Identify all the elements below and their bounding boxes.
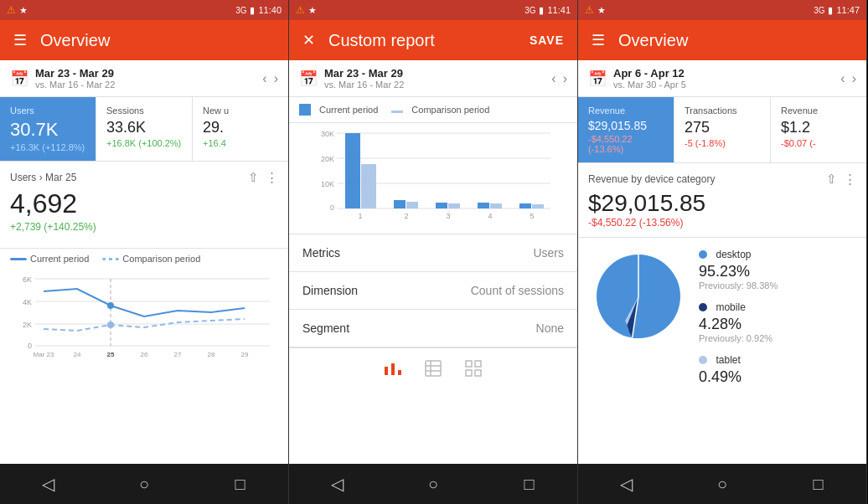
pie-label-mobile: mobile xyxy=(716,301,745,313)
svg-text:28: 28 xyxy=(208,351,215,358)
legend-label-current-2: Current period xyxy=(319,105,378,115)
status-bar-3: ⚠ ★ 3G ▮ 11:47 xyxy=(578,0,866,20)
metrics-row-3: Revenue $29,015.85 -$4,550.22 (-13.6%) T… xyxy=(578,97,866,163)
metric-revenue-3[interactable]: Revenue $29,015.85 -$4,550.22 (-13.6%) xyxy=(578,97,674,162)
pie-pct-tablet: 0.49% xyxy=(699,368,856,386)
star-icon-3: ★ xyxy=(597,5,606,16)
date-prev-3[interactable]: ‹ xyxy=(840,71,845,86)
chart-title-row-1: Users › Mar 25 ⇧ ⋮ xyxy=(10,170,278,185)
share-icon-3[interactable]: ⇧ xyxy=(826,172,837,187)
date-next-1[interactable]: › xyxy=(274,71,278,86)
back-button-1[interactable]: ◁ xyxy=(31,467,65,501)
more-icon-3[interactable]: ⋮ xyxy=(844,172,856,187)
metric-value-revenue-3: $29,015.85 xyxy=(588,119,664,132)
setting-row-segment[interactable]: Segment None xyxy=(289,310,577,347)
date-next-3[interactable]: › xyxy=(852,71,856,86)
close-icon-2[interactable]: ✕ xyxy=(302,31,315,49)
date-main-3: Apr 6 - Apr 12 xyxy=(613,67,834,80)
revenue-subtitle-3: Revenue by device category xyxy=(588,173,715,185)
metric-change-revpersession-3: -$0.07 (- xyxy=(781,138,856,148)
more-icon-1[interactable]: ⋮ xyxy=(266,170,278,185)
svg-text:20K: 20K xyxy=(321,155,334,163)
svg-text:3: 3 xyxy=(446,212,450,220)
svg-rect-32 xyxy=(478,203,489,208)
setting-row-metrics[interactable]: Metrics Users xyxy=(289,234,577,272)
svg-rect-31 xyxy=(448,203,460,208)
home-button-3[interactable]: ○ xyxy=(705,467,739,501)
svg-text:25: 25 xyxy=(107,351,115,358)
svg-text:5: 5 xyxy=(530,212,534,220)
date-prev-1[interactable]: ‹ xyxy=(262,71,266,86)
time-display-2: 11:41 xyxy=(547,5,571,15)
chart-big-value-1: 4,692 xyxy=(10,188,278,219)
metric-change-users-1: +16.3K (+112.8%) xyxy=(10,142,85,152)
star-icon-1: ★ xyxy=(19,5,28,16)
metric-label-revenue-3: Revenue xyxy=(588,105,664,116)
recent-button-3[interactable]: □ xyxy=(802,467,835,501)
status-bar-2: ⚠ ★ 3G ▮ 11:41 xyxy=(289,0,577,20)
svg-rect-48 xyxy=(466,361,472,367)
menu-icon-3[interactable]: ☰ xyxy=(592,31,605,49)
bar-chart-view-icon[interactable] xyxy=(383,358,403,383)
svg-text:10K: 10K xyxy=(321,180,334,188)
signal-icon-3: 3G xyxy=(814,6,824,15)
pie-label-desktop: desktop xyxy=(716,249,751,260)
legend-compare-2: Comparison period xyxy=(391,104,489,116)
revenue-section-3: Revenue by device category ⇧ ⋮ $29,015.8… xyxy=(578,163,866,238)
revenue-title-row-3: Revenue by device category ⇧ ⋮ xyxy=(588,172,856,187)
metric-newusers-1[interactable]: New u 29. +16.4 xyxy=(193,97,288,161)
svg-text:2K: 2K xyxy=(23,321,32,329)
metric-sessions-1[interactable]: Sessions 33.6K +16.8K (+100.2%) xyxy=(96,97,193,161)
svg-text:Mar 23: Mar 23 xyxy=(34,351,54,358)
svg-text:27: 27 xyxy=(174,351,182,358)
svg-point-9 xyxy=(107,302,114,309)
revenue-change-3: -$4,550.22 (-13.56%) xyxy=(588,217,856,229)
pie-chart-3 xyxy=(588,246,689,355)
legend-dot-current-1 xyxy=(10,258,27,260)
calendar-icon-3: 📅 xyxy=(588,69,607,88)
bottom-nav-2: ◁ ○ □ xyxy=(289,464,577,504)
svg-rect-49 xyxy=(475,361,481,367)
recent-button-1[interactable]: □ xyxy=(224,467,257,501)
battery-icon-3: ▮ xyxy=(828,5,833,16)
grid-view-icon[interactable] xyxy=(463,358,483,383)
pie-prev-desktop: Previously: 98.38% xyxy=(699,280,856,291)
menu-icon-1[interactable]: ☰ xyxy=(13,31,27,49)
home-button-1[interactable]: ○ xyxy=(127,467,161,501)
recent-button-2[interactable]: □ xyxy=(513,467,546,501)
setting-row-dimension[interactable]: Dimension Count of sessions xyxy=(289,272,577,310)
warning-icon-1: ⚠ xyxy=(7,4,16,16)
home-button-2[interactable]: ○ xyxy=(416,467,450,501)
legend-current-1: Current period xyxy=(10,254,89,264)
table-view-icon[interactable] xyxy=(423,358,443,383)
date-prev-2[interactable]: ‹ xyxy=(551,71,555,86)
pie-prev-mobile: Previously: 0.92% xyxy=(699,333,856,343)
bottom-nav-1: ◁ ○ □ xyxy=(0,464,288,504)
svg-rect-44 xyxy=(426,361,441,376)
back-button-2[interactable]: ◁ xyxy=(320,467,354,501)
chart-legend-row-2: Current period Comparison period xyxy=(289,97,577,123)
app-title-3: Overview xyxy=(618,31,853,50)
metric-users-1[interactable]: Users 30.7K +16.3K (+112.8%) xyxy=(0,97,96,161)
metric-value-transactions-3: 275 xyxy=(685,119,760,136)
setting-value-segment: None xyxy=(536,321,564,335)
date-info-2: Mar 23 - Mar 29 vs. Mar 16 - Mar 22 xyxy=(324,67,545,90)
date-compare-1: vs. Mar 16 - Mar 22 xyxy=(35,80,256,90)
legend-1: Current period Comparison period xyxy=(0,249,288,265)
revenue-icons-3: ⇧ ⋮ xyxy=(826,172,856,187)
date-main-2: Mar 23 - Mar 29 xyxy=(324,67,545,80)
date-next-2[interactable]: › xyxy=(563,71,567,86)
metric-revpersession-3[interactable]: Revenue $1.2 -$0.07 (- xyxy=(771,97,866,162)
date-info-3: Apr 6 - Apr 12 vs. Mar 30 - Apr 5 xyxy=(613,67,834,90)
metric-transactions-3[interactable]: Transactions 275 -5 (-1.8%) xyxy=(674,97,771,162)
metric-label-revpersession-3: Revenue xyxy=(781,105,856,116)
date-main-1: Mar 23 - Mar 29 xyxy=(35,67,256,80)
back-button-3[interactable]: ◁ xyxy=(609,467,643,501)
status-right-3: 3G ▮ 11:47 xyxy=(814,5,860,16)
legend-label-current-1: Current period xyxy=(30,254,89,264)
pie-dot-tablet xyxy=(699,356,707,364)
share-icon-1[interactable]: ⇧ xyxy=(248,170,259,185)
setting-label-segment: Segment xyxy=(302,321,349,335)
legend-label-compare-2: Comparison period xyxy=(411,105,489,115)
save-button-2[interactable]: SAVE xyxy=(530,33,564,47)
